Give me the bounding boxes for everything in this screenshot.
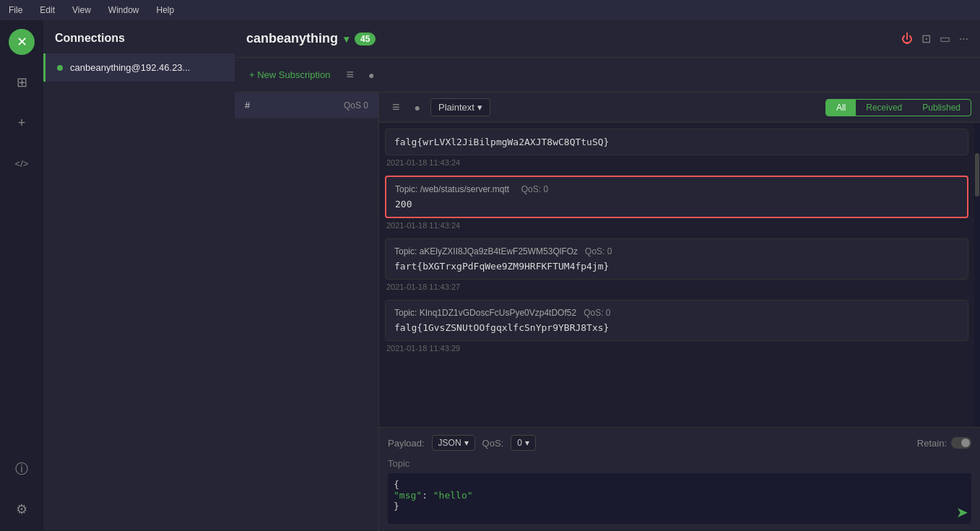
message-block-2: Topic: /web/status/server.mqtt QoS: 0 20… — [385, 176, 968, 236]
message-timestamp-3: 2021-01-18 11:43:27 — [385, 282, 968, 291]
subscription-bar: + New Subscription ≡ ● — [235, 58, 980, 92]
dropdown-arrow-icon[interactable]: ▾ — [344, 33, 349, 45]
message-payload-4: falg{1GvsZSNUtOOfgqxlfcSnYpr9YBRJ8Txs} — [394, 322, 959, 333]
publish-format-select[interactable]: JSON ▾ — [432, 435, 475, 451]
publish-toolbar: Payload: JSON ▾ QoS: 0 ▾ Retain: — [388, 435, 971, 451]
main-layout: ✕ ⊞ + </> ⓘ ⚙ Connections canbeanything@… — [0, 20, 980, 531]
qos-label: QoS: — [482, 438, 504, 449]
publish-qos-select[interactable]: 0 ▾ — [511, 435, 536, 451]
connections-title: Connections — [43, 20, 235, 53]
message-block-1: falg{wrLVXl2JiBilpmgWa2AXJT8wC8QTtuSQ} 2… — [385, 129, 968, 173]
middle-section: # QoS 0 ≡ ● Plaintext ▾ All Received — [235, 92, 980, 531]
tab-received[interactable]: Received — [856, 100, 912, 116]
add-icon: + — [18, 116, 26, 131]
message-toolbar: ≡ ● Plaintext ▾ All Received Published — [379, 92, 980, 123]
publish-format-dropdown-icon: ▾ — [464, 438, 469, 448]
logo-button[interactable]: ✕ — [9, 29, 35, 55]
subscription-qos: QoS 0 — [344, 100, 368, 111]
topbar-actions: ⏻ ⊡ ▭ ··· — [901, 32, 968, 46]
connection-status-dot — [57, 65, 63, 71]
message-card-2[interactable]: Topic: /web/status/server.mqtt QoS: 0 20… — [385, 176, 968, 218]
settings-button[interactable]: ⚙ — [9, 496, 35, 522]
publish-qos-dropdown-icon: ▾ — [525, 438, 529, 448]
message-payload-2: 200 — [395, 199, 958, 210]
messages-list: falg{wrLVXl2JiBilpmgWa2AXJT8wC8QTtuSQ} 2… — [379, 123, 974, 427]
message-qos-4: QoS: 0 — [584, 308, 610, 318]
circle-icon[interactable]: ● — [364, 68, 378, 82]
menu-edit[interactable]: Edit — [37, 4, 58, 17]
stop-icon[interactable]: ● — [410, 100, 425, 115]
code-button[interactable]: </> — [9, 150, 35, 176]
topbar-connection-name: canbeanything — [246, 31, 338, 46]
scrollbar-track[interactable] — [974, 123, 980, 427]
settings-icon: ⚙ — [16, 501, 27, 517]
message-topic-4: Topic: KInq1DZ1vGDoscFcUsPye0Vzp4tDOf52 — [394, 308, 576, 318]
message-topic-line-4: Topic: KInq1DZ1vGDoscFcUsPye0Vzp4tDOf52 … — [394, 308, 959, 318]
message-card-3[interactable]: Topic: aKElyZXII8JQa9zB4tEwF25WM53QlFOz … — [385, 238, 968, 280]
top-bar: canbeanything ▾ 45 ⏻ ⊡ ▭ ··· — [235, 20, 980, 58]
content-area: canbeanything ▾ 45 ⏻ ⊡ ▭ ··· + New Subsc… — [235, 20, 980, 531]
message-topic-2: Topic: /web/status/server.mqtt — [395, 184, 509, 194]
json-line-1: { — [394, 479, 966, 490]
menu-help[interactable]: Help — [154, 4, 178, 17]
code-icon: </> — [15, 158, 29, 169]
message-card-4[interactable]: Topic: KInq1DZ1vGDoscFcUsPye0Vzp4tDOf52 … — [385, 300, 968, 341]
message-card-1[interactable]: falg{wrLVXl2JiBilpmgWa2AXJT8wC8QTtuSQ} — [385, 129, 968, 155]
logo-icon: ✕ — [17, 34, 27, 50]
send-button[interactable]: ➤ — [956, 504, 968, 521]
message-payload-1: falg{wrLVXl2JiBilpmgWa2AXJT8wC8QTtuSQ} — [394, 137, 959, 147]
payload-label: Payload: — [388, 438, 425, 449]
add-button[interactable]: + — [9, 110, 35, 136]
subscription-list: # QoS 0 — [235, 92, 379, 531]
scrollbar-thumb[interactable] — [975, 153, 979, 197]
message-block-3: Topic: aKElyZXII8JQa9zB4tEwF25WM53QlFOz … — [385, 238, 968, 297]
list-toggle-icon[interactable]: ≡ — [388, 98, 404, 116]
message-topic-line-3: Topic: aKElyZXII8JQa9zB4tEwF25WM53QlFOz … — [394, 246, 959, 256]
subscription-topic: # — [245, 100, 250, 111]
message-qos-3: QoS: 0 — [585, 246, 612, 256]
publish-area: Payload: JSON ▾ QoS: 0 ▾ Retain: — [379, 427, 980, 531]
publish-qos-value: 0 — [517, 438, 522, 448]
json-line-3: } — [394, 501, 966, 511]
filter-tabs: All Received Published — [825, 99, 971, 116]
connection-title-group: canbeanything ▾ 45 — [246, 31, 376, 46]
message-timestamp-2: 2021-01-18 11:43:24 — [385, 221, 968, 230]
new-subscription-button[interactable]: + New Subscription — [243, 66, 336, 83]
retain-toggle[interactable] — [951, 437, 971, 449]
external-icon[interactable]: ⊡ — [922, 32, 931, 46]
message-qos-2: QoS: 0 — [521, 184, 548, 194]
connection-item[interactable]: canbeanything@192.46.23... — [43, 53, 235, 82]
message-topic-line-2: Topic: /web/status/server.mqtt QoS: 0 — [395, 184, 958, 194]
message-count-badge: 45 — [355, 33, 376, 46]
topic-input[interactable] — [388, 458, 971, 469]
message-block-4: Topic: KInq1DZ1vGDoscFcUsPye0Vzp4tDOf52 … — [385, 300, 968, 358]
connection-name: canbeanything@192.46.23... — [70, 62, 190, 73]
publish-format-label: JSON — [438, 438, 461, 448]
more-icon[interactable]: ··· — [959, 33, 968, 46]
json-line-2: "msg": "hello" — [394, 490, 966, 501]
layout-icon: ⊞ — [17, 74, 27, 90]
retain-section: Retain: — [917, 437, 971, 449]
power-icon[interactable]: ⏻ — [901, 33, 913, 46]
info-icon: ⓘ — [15, 460, 28, 478]
icon-sidebar: ✕ ⊞ + </> ⓘ ⚙ — [0, 20, 43, 531]
message-area: ≡ ● Plaintext ▾ All Received Published — [379, 92, 980, 531]
format-dropdown-icon: ▾ — [477, 102, 482, 113]
menu-view[interactable]: View — [69, 4, 94, 17]
monitor-icon[interactable]: ▭ — [940, 32, 950, 46]
tab-published[interactable]: Published — [912, 100, 971, 116]
message-timestamp-4: 2021-01-18 11:43:29 — [385, 344, 968, 353]
list-icon[interactable]: ≡ — [342, 66, 358, 84]
menu-file[interactable]: File — [6, 4, 25, 17]
message-payload-3: fart{bXGTrxgPdFqWee9ZM9HRFKFTUM4fp4jm} — [394, 261, 959, 272]
layout-button[interactable]: ⊞ — [9, 69, 35, 95]
format-select[interactable]: Plaintext ▾ — [430, 98, 490, 116]
menu-window[interactable]: Window — [105, 4, 142, 17]
json-editor[interactable]: { "msg": "hello" } — [388, 473, 971, 524]
tab-all[interactable]: All — [826, 100, 856, 116]
new-subscription-label: + New Subscription — [249, 69, 330, 80]
message-timestamp-1: 2021-01-18 11:43:24 — [385, 158, 968, 167]
subscription-item[interactable]: # QoS 0 — [235, 92, 378, 118]
retain-label: Retain: — [917, 438, 947, 449]
info-button[interactable]: ⓘ — [9, 456, 35, 482]
